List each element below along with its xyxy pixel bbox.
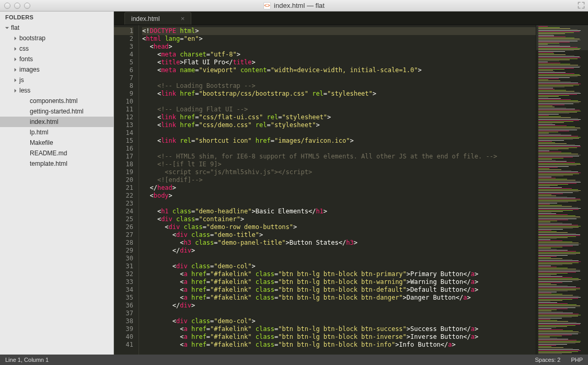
line-number[interactable]: 19	[114, 168, 133, 176]
line-number[interactable]: 10	[114, 98, 133, 106]
code-line[interactable]: <a href="#fakelink" class="btn btn-lg bt…	[142, 333, 536, 341]
line-number[interactable]: 8	[114, 82, 133, 90]
line-number[interactable]: 5	[114, 59, 133, 66]
code-line[interactable]: <link href="bootstrap/css/bootstrap.css"…	[142, 90, 536, 98]
folder-css[interactable]: css	[0, 43, 113, 54]
code-line[interactable]	[142, 129, 536, 137]
code-line[interactable]: <!DOCTYPE html>	[142, 27, 536, 35]
code-line[interactable]	[142, 145, 536, 153]
line-number[interactable]: 33	[114, 278, 133, 286]
code-line[interactable]: <a href="#fakelink" class="btn btn-lg bt…	[142, 325, 536, 333]
code-line[interactable]: <div class="demo-row demo-buttons">	[142, 223, 536, 231]
folder-root[interactable]: flat	[0, 22, 113, 33]
minimize-window-button[interactable]	[14, 3, 20, 9]
code-line[interactable]	[142, 74, 536, 82]
line-number[interactable]: 27	[114, 231, 133, 239]
line-number[interactable]: 24	[114, 208, 133, 215]
code-line[interactable]: </head>	[142, 184, 536, 192]
code-area[interactable]: <!DOCTYPE html><html lang="en"> <head> <…	[139, 25, 536, 355]
zoom-window-button[interactable]	[24, 3, 30, 9]
line-number[interactable]: 7	[114, 74, 133, 82]
line-gutter[interactable]: 1234567891011121314151617181920212223242…	[114, 25, 139, 355]
code-line[interactable]: <![endif]-->	[142, 176, 536, 184]
code-line[interactable]: </div>	[142, 302, 536, 310]
line-number[interactable]: 28	[114, 239, 133, 247]
code-line[interactable]: <div class="demo-col">	[142, 263, 536, 270]
line-number[interactable]: 25	[114, 215, 133, 223]
line-number[interactable]: 41	[114, 341, 133, 349]
line-number[interactable]: 18	[114, 161, 133, 168]
code-line[interactable]: <link href="css/demo.css" rel="styleshee…	[142, 121, 536, 129]
expand-icon[interactable]	[578, 2, 585, 9]
line-number[interactable]: 12	[114, 113, 133, 121]
status-indent[interactable]: Spaces: 2	[535, 357, 560, 363]
line-number[interactable]: 3	[114, 43, 133, 51]
line-number[interactable]: 38	[114, 317, 133, 325]
file-Makefile[interactable]: Makefile	[0, 138, 113, 148]
line-number[interactable]: 29	[114, 247, 133, 255]
code-line[interactable]: <div class="demo-col">	[142, 317, 536, 325]
code-line[interactable]: <h1 class="demo-headline">Basic Elements…	[142, 208, 536, 215]
file-README.md[interactable]: README.md	[0, 148, 113, 158]
line-number[interactable]: 2	[114, 35, 133, 43]
code-line[interactable]: <body>	[142, 192, 536, 200]
code-line[interactable]: <a href="#fakelink" class="btn btn-lg bt…	[142, 341, 536, 349]
code-line[interactable]: <meta charset="utf-8">	[142, 51, 536, 59]
code-line[interactable]: <!-- Loading Flat UI -->	[142, 106, 536, 113]
line-number[interactable]: 31	[114, 263, 133, 270]
code-line[interactable]: <html lang="en">	[142, 35, 536, 43]
minimap[interactable]	[536, 25, 588, 355]
code-line[interactable]: </div>	[142, 247, 536, 255]
code-line[interactable]: <a href="#fakelink" class="btn btn-lg bt…	[142, 270, 536, 278]
line-number[interactable]: 22	[114, 192, 133, 200]
file-components.html[interactable]: components.html	[0, 96, 113, 106]
line-number[interactable]: 34	[114, 286, 133, 294]
line-number[interactable]: 23	[114, 200, 133, 208]
line-number[interactable]: 13	[114, 121, 133, 129]
folder-images[interactable]: images	[0, 64, 113, 75]
code-line[interactable]: <a href="#fakelink" class="btn btn-lg bt…	[142, 294, 536, 302]
line-number[interactable]: 17	[114, 153, 133, 161]
line-number[interactable]: 40	[114, 333, 133, 341]
line-number[interactable]: 39	[114, 325, 133, 333]
close-window-button[interactable]	[4, 3, 10, 9]
code-line[interactable]	[142, 255, 536, 263]
line-number[interactable]: 21	[114, 184, 133, 192]
line-number[interactable]: 15	[114, 137, 133, 145]
folder-tree[interactable]: flatbootstrapcssfontsimagesjslesscompone…	[0, 22, 113, 171]
file-index.html[interactable]: index.html	[0, 117, 113, 127]
code-line[interactable]: <!--[if lt IE 9]>	[142, 161, 536, 168]
line-number[interactable]: 6	[114, 66, 133, 74]
line-number[interactable]: 16	[114, 145, 133, 153]
file-template.html[interactable]: template.html	[0, 158, 113, 169]
file-getting-started.html[interactable]: getting-started.html	[0, 106, 113, 117]
status-syntax[interactable]: PHP	[571, 357, 583, 363]
code-line[interactable]	[142, 98, 536, 106]
code-line[interactable]: <div class="container">	[142, 215, 536, 223]
status-cursor-position[interactable]: Line 1, Column 1	[5, 357, 49, 363]
tab-index-html[interactable]: index.html ×	[124, 12, 191, 25]
code-line[interactable]	[142, 310, 536, 317]
code-line[interactable]: <!-- HTML5 shim, for IE6-8 support of HT…	[142, 153, 536, 161]
code-line[interactable]: <meta name="viewport" content="width=dev…	[142, 66, 536, 74]
line-number[interactable]: 1	[114, 27, 133, 35]
code-line[interactable]: <head>	[142, 43, 536, 51]
folder-js[interactable]: js	[0, 75, 113, 85]
code-line[interactable]: <!-- Loading Bootstrap -->	[142, 82, 536, 90]
code-line[interactable]: <h3 class="demo-panel-title">Button Stat…	[142, 239, 536, 247]
code-line[interactable]: <a href="#fakelink" class="btn btn-lg bt…	[142, 286, 536, 294]
line-number[interactable]: 14	[114, 129, 133, 137]
line-number[interactable]: 9	[114, 90, 133, 98]
code-line[interactable]: <link rel="shortcut icon" href="images/f…	[142, 137, 536, 145]
line-number[interactable]: 35	[114, 294, 133, 302]
close-icon[interactable]: ×	[181, 15, 185, 22]
line-number[interactable]: 26	[114, 223, 133, 231]
code-line[interactable]: <script src="js/html5shiv.js"></script>	[142, 168, 536, 176]
code-line[interactable]: <title>Flat UI Pro</title>	[142, 59, 536, 66]
code-line[interactable]: <a href="#fakelink" class="btn btn-lg bt…	[142, 278, 536, 286]
line-number[interactable]: 37	[114, 310, 133, 317]
line-number[interactable]: 4	[114, 51, 133, 59]
folder-less[interactable]: less	[0, 85, 113, 96]
folder-fonts[interactable]: fonts	[0, 54, 113, 64]
code-line[interactable]: <link href="css/flat-ui.css" rel="styles…	[142, 113, 536, 121]
